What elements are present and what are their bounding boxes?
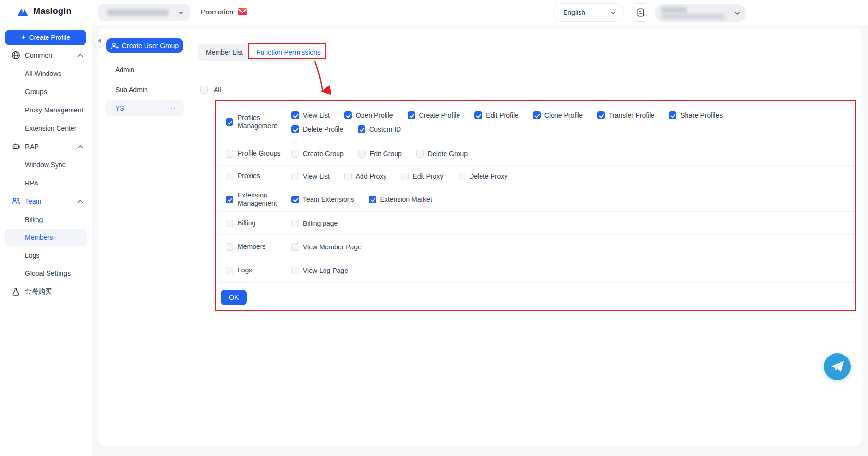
checkbox-edit-proxy[interactable] xyxy=(401,173,409,180)
permission-label: Edit Profile xyxy=(486,111,518,119)
permission-label: Team Extensions xyxy=(303,196,354,203)
checkbox-add-proxy[interactable] xyxy=(344,173,352,180)
workspace-selector[interactable] xyxy=(98,4,190,21)
module-label: Proxies xyxy=(238,172,260,181)
sidebar-menu: CommonAll WindowsGroupsProxy ManagementE… xyxy=(0,46,92,301)
annotation-box-table: Profiles ManagementView ListOpen Profile… xyxy=(215,100,856,311)
table-row-billing: BillingBilling page xyxy=(217,212,854,235)
module-cell-logs: Logs xyxy=(217,259,284,282)
telegram-fab-button[interactable] xyxy=(824,353,851,380)
permission-custom-id: Custom ID xyxy=(358,125,401,133)
module-label: Logs xyxy=(238,266,252,275)
module-cell-profiles-management: Profiles Management xyxy=(217,102,284,142)
sidebar-section-team[interactable]: Team xyxy=(0,192,92,210)
permission-view-list: View List xyxy=(291,111,330,119)
checkbox-profiles-management[interactable] xyxy=(226,118,233,126)
permission-label: Custom ID xyxy=(369,125,401,133)
checkbox-share-profiles[interactable] xyxy=(669,111,676,119)
group-name: Admin xyxy=(115,66,134,74)
redacted-account-name xyxy=(662,7,735,19)
permission-share-profiles: Share Profiles xyxy=(669,111,723,119)
permission-label: Extension Market xyxy=(380,196,432,203)
chevron-down-icon xyxy=(178,11,184,14)
checkbox-logs[interactable] xyxy=(226,267,233,274)
checkbox-delete-profile[interactable] xyxy=(291,125,299,133)
checkbox-transfer-profile[interactable] xyxy=(597,111,605,119)
checkbox-members[interactable] xyxy=(226,243,233,251)
module-cell-proxies: Proxies xyxy=(217,166,284,187)
checkbox-edit-group[interactable] xyxy=(358,150,366,158)
document-button[interactable] xyxy=(632,3,649,22)
sidebar-item-logs[interactable]: Logs xyxy=(0,246,92,264)
permission-open-profile: Open Profile xyxy=(344,111,393,119)
chevron-up-icon xyxy=(77,54,83,57)
sidebar-item-groups[interactable]: Groups xyxy=(0,83,92,101)
checkbox-create-profile[interactable] xyxy=(408,111,415,119)
checkbox-view-member-page[interactable] xyxy=(291,243,299,251)
group-item-ys[interactable]: YS··· xyxy=(105,100,184,116)
chevron-up-icon xyxy=(77,145,83,148)
sidebar-item-rpa[interactable]: RPA xyxy=(0,174,92,192)
account-selector[interactable] xyxy=(655,4,746,22)
checkbox-team-extensions[interactable] xyxy=(291,196,299,203)
checkbox-billing-page[interactable] xyxy=(291,220,299,227)
select-all-checkbox[interactable] xyxy=(200,86,208,94)
table-row-profile-groups: Profile GroupsCreate GroupEdit GroupDele… xyxy=(217,142,854,166)
checkbox-edit-profile[interactable] xyxy=(474,111,482,119)
group-item-admin[interactable]: Admin xyxy=(98,60,191,80)
permission-label: Billing page xyxy=(303,220,338,227)
ok-button[interactable]: OK xyxy=(221,290,247,305)
sidebar-item-proxy-management[interactable]: Proxy Management xyxy=(0,101,92,119)
create-profile-button[interactable]: + Create Profile xyxy=(5,30,86,45)
permission-label: Delete Proxy xyxy=(469,173,507,180)
tab-function-permissions[interactable]: Function Permissions xyxy=(250,45,327,60)
plus-icon: + xyxy=(21,34,25,41)
checkbox-view-log-page[interactable] xyxy=(291,267,299,274)
checkbox-extension-management[interactable] xyxy=(226,196,233,203)
create-user-group-button[interactable]: Create User Group xyxy=(106,38,183,53)
permission-team-extensions: Team Extensions xyxy=(291,196,354,203)
checkbox-delete-proxy[interactable] xyxy=(458,173,465,180)
tab-member-list[interactable]: Member List xyxy=(199,45,250,60)
sidebar-item-global-settings[interactable]: Global Settings xyxy=(0,264,92,283)
sidebar-item-套餐购买[interactable]: 套餐购买 xyxy=(0,283,92,301)
checkbox-profile-groups[interactable] xyxy=(226,150,233,158)
checkbox-view-list[interactable] xyxy=(291,111,299,119)
collapse-left-icon xyxy=(98,38,101,43)
sidebar-section-rap[interactable]: RAP xyxy=(0,137,92,156)
table-row-logs: LogsView Log Page xyxy=(217,259,854,283)
sidebar-collapse-button[interactable] xyxy=(94,35,105,47)
permission-label: Create Profile xyxy=(419,111,460,119)
sidebar-item-label: Global Settings xyxy=(25,270,71,277)
create-profile-label: Create Profile xyxy=(29,34,70,41)
checkbox-create-group[interactable] xyxy=(291,150,299,158)
checkbox-billing[interactable] xyxy=(226,220,233,227)
permission-line: View ListOpen ProfileCreate ProfileEdit … xyxy=(291,111,854,119)
language-selector[interactable]: English xyxy=(553,3,624,22)
sidebar-item-all-windows[interactable]: All Windows xyxy=(0,64,92,83)
checkbox-proxies[interactable] xyxy=(226,173,233,180)
sidebar-item-label: Window Sync xyxy=(25,161,66,169)
sidebar-item-window-sync[interactable]: Window Sync xyxy=(0,156,92,174)
checkbox-view-list[interactable] xyxy=(291,173,299,180)
sidebar-section-common[interactable]: Common xyxy=(0,46,92,64)
checkbox-custom-id[interactable] xyxy=(358,125,365,133)
checkbox-extension-market[interactable] xyxy=(369,196,376,203)
checkbox-delete-group[interactable] xyxy=(416,150,424,158)
chevron-down-icon xyxy=(610,11,616,14)
group-item-sub-admin[interactable]: Sub Admin xyxy=(98,80,191,100)
sidebar-item-members[interactable]: Members xyxy=(4,229,87,246)
permission-label: Delete Group xyxy=(428,150,468,158)
brand-logo: Maslogin xyxy=(17,6,72,16)
permission-label: View Member Page xyxy=(303,243,362,251)
sidebar-item-extension-center[interactable]: Extension Center xyxy=(0,119,92,137)
checkbox-clone-profile[interactable] xyxy=(533,111,541,119)
language-label: English xyxy=(563,9,585,16)
permission-label: Delete Profile xyxy=(303,125,343,133)
user-group-panel: Create User Group AdminSub AdminYS··· xyxy=(98,28,191,446)
group-name: YS xyxy=(115,104,124,112)
permission-edit-group: Edit Group xyxy=(358,150,402,158)
sidebar-item-billing[interactable]: Billing xyxy=(0,210,92,229)
checkbox-open-profile[interactable] xyxy=(344,111,352,119)
promotion-link[interactable]: Promotion xyxy=(201,7,247,16)
